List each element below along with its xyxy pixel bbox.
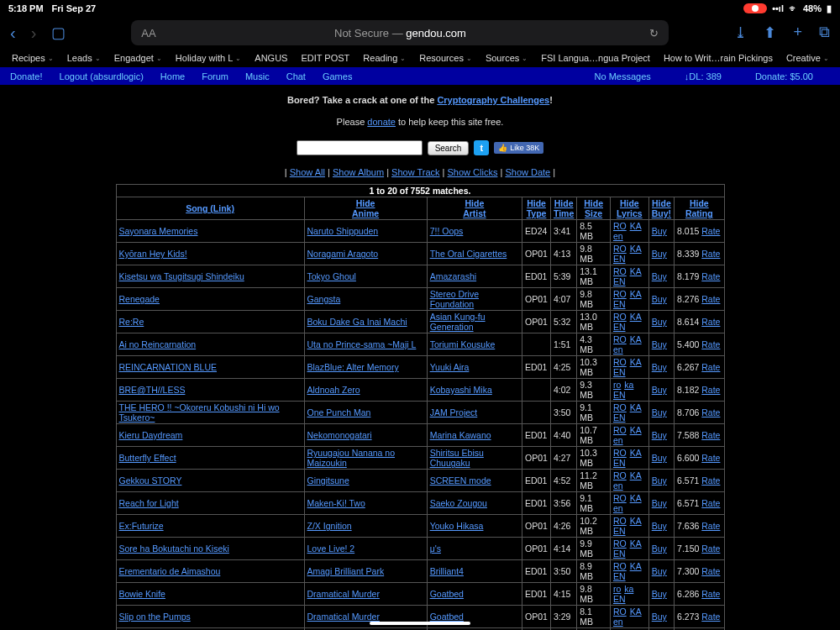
buy-link[interactable]: Buy bbox=[652, 362, 667, 372]
rate-link[interactable]: Rate bbox=[701, 249, 720, 259]
anime-link[interactable]: Love Live! 2 bbox=[307, 543, 355, 554]
buy-link[interactable]: Buy bbox=[652, 453, 667, 463]
rate-link[interactable]: Rate bbox=[701, 362, 720, 372]
lyrics-link[interactable]: RO bbox=[613, 266, 627, 276]
buy-link[interactable]: Buy bbox=[652, 317, 667, 327]
twitter-icon[interactable]: t bbox=[474, 140, 489, 155]
lyrics-link[interactable]: RO bbox=[613, 561, 627, 571]
rate-link[interactable]: Rate bbox=[701, 294, 720, 304]
forward-button[interactable]: › bbox=[31, 24, 37, 43]
search-input[interactable] bbox=[297, 140, 423, 155]
home-indicator[interactable] bbox=[370, 622, 470, 625]
lyrics-link[interactable]: KA bbox=[630, 425, 642, 435]
anime-link[interactable]: Boku Dake Ga Inai Machi bbox=[307, 317, 407, 327]
artist-link[interactable]: μ's bbox=[430, 543, 441, 554]
artist-link[interactable]: Goatbed bbox=[430, 612, 464, 622]
rate-link[interactable]: Rate bbox=[701, 498, 720, 508]
rate-link[interactable]: Rate bbox=[701, 453, 720, 463]
lyrics-link[interactable]: KA bbox=[630, 334, 642, 344]
favorite-item[interactable]: Holiday with L⌄ bbox=[176, 53, 241, 63]
lyrics-link[interactable]: KA bbox=[630, 538, 642, 549]
lyrics-link[interactable]: EN bbox=[613, 367, 626, 377]
lyrics-link[interactable]: KA bbox=[630, 357, 642, 367]
filter-link[interactable]: Show All bbox=[290, 167, 325, 177]
song-link[interactable]: Ex:Futurize bbox=[119, 521, 164, 531]
song-link[interactable]: Re:Re bbox=[119, 317, 144, 327]
buy-link[interactable]: Buy bbox=[652, 407, 667, 417]
rate-link[interactable]: Rate bbox=[701, 612, 720, 622]
song-link[interactable]: Sayonara Memories bbox=[119, 226, 198, 236]
crypto-link[interactable]: Cryptography Challenges bbox=[437, 95, 549, 105]
lyrics-link[interactable]: EN bbox=[613, 412, 626, 423]
screen-record-indicator[interactable] bbox=[743, 3, 767, 13]
lyrics-link[interactable]: RO bbox=[613, 357, 627, 367]
artist-link[interactable]: Kobayashi Mika bbox=[430, 385, 492, 395]
header-artist[interactable]: Artist bbox=[463, 208, 486, 218]
donate-link[interactable]: donate bbox=[367, 117, 396, 127]
lyrics-link[interactable]: KA bbox=[630, 448, 642, 458]
fb-like-button[interactable]: 👍 Like 38K bbox=[494, 142, 543, 154]
song-link[interactable]: Kisetsu wa Tsugitsugi Shindeiku bbox=[119, 271, 244, 281]
rate-link[interactable]: Rate bbox=[701, 521, 720, 531]
lyrics-link[interactable]: RO bbox=[613, 606, 627, 617]
anime-link[interactable]: Z/X Ignition bbox=[307, 521, 352, 531]
header-rating[interactable]: Rating bbox=[685, 208, 713, 218]
buy-link[interactable]: Buy bbox=[652, 475, 667, 486]
buy-link[interactable]: Buy bbox=[652, 339, 667, 349]
anime-link[interactable]: BlazBlue: Alter Memory bbox=[307, 362, 399, 372]
anime-link[interactable]: Aldnoah Zero bbox=[307, 385, 360, 395]
new-tab-icon[interactable]: + bbox=[793, 24, 802, 42]
anime-link[interactable]: Dramatical Murder bbox=[307, 589, 380, 599]
song-link[interactable]: REINCARNATION BLUE bbox=[119, 362, 218, 372]
lyrics-link[interactable]: EN bbox=[613, 254, 626, 264]
nav-status[interactable]: ↓DL: 389 bbox=[685, 71, 722, 81]
header-lyrics-hide[interactable]: Hide bbox=[620, 198, 639, 208]
rate-link[interactable]: Rate bbox=[701, 271, 720, 281]
nav-link[interactable]: Chat bbox=[286, 71, 306, 81]
anime-link[interactable]: Nekomonogatari bbox=[307, 430, 372, 440]
song-link[interactable]: THE HERO !! ~Okoreru Kobushi ni Hi wo Ts… bbox=[119, 402, 280, 423]
header-artist-hide[interactable]: Hide bbox=[465, 198, 484, 208]
song-link[interactable]: Bowie Knife bbox=[119, 589, 165, 599]
artist-link[interactable]: The Oral Cigarettes bbox=[430, 249, 507, 259]
header-anime-hide[interactable]: Hide bbox=[356, 198, 375, 208]
lyrics-link[interactable]: en bbox=[613, 435, 623, 445]
song-link[interactable]: Ai no Reincarnation bbox=[119, 339, 197, 349]
lyrics-link[interactable]: RO bbox=[613, 402, 627, 412]
buy-link[interactable]: Buy bbox=[652, 589, 667, 599]
lyrics-link[interactable]: RO bbox=[613, 516, 627, 526]
anime-link[interactable]: Maken-Ki! Two bbox=[307, 498, 365, 508]
lyrics-link[interactable]: RO bbox=[613, 538, 627, 549]
lyrics-link[interactable]: en bbox=[613, 617, 623, 627]
lyrics-link[interactable]: EN bbox=[613, 549, 626, 559]
artist-link[interactable]: Saeko Zougou bbox=[430, 498, 487, 508]
refresh-icon[interactable]: ↻ bbox=[649, 27, 659, 39]
buy-link[interactable]: Buy bbox=[652, 226, 667, 236]
header-time[interactable]: Time bbox=[554, 208, 574, 218]
lyrics-link[interactable]: KA bbox=[630, 402, 642, 412]
buy-link[interactable]: Buy bbox=[652, 521, 667, 531]
filter-link[interactable]: Show Track bbox=[391, 167, 439, 177]
artist-link[interactable]: Shiritsu Ebisu Chuugaku bbox=[430, 448, 484, 468]
artist-link[interactable]: Toriumi Kousuke bbox=[430, 339, 496, 349]
header-song[interactable]: Song (Link) bbox=[186, 203, 234, 213]
artist-link[interactable]: Yuuki Aira bbox=[430, 362, 470, 372]
nav-link[interactable]: Logout (absurdlogic) bbox=[60, 71, 144, 81]
artist-link[interactable]: Asian Kung-fu Generation bbox=[430, 312, 486, 332]
buy-link[interactable]: Buy bbox=[652, 543, 667, 554]
anime-link[interactable]: Gangsta bbox=[307, 294, 341, 304]
text-size-button[interactable]: AA bbox=[141, 27, 155, 39]
header-type[interactable]: Type bbox=[527, 208, 547, 218]
lyrics-link[interactable]: EN bbox=[613, 276, 626, 286]
lyrics-link[interactable]: RO bbox=[613, 334, 627, 344]
lyrics-link[interactable]: ro bbox=[613, 584, 621, 594]
favorite-item[interactable]: FSI Langua…ngua Project bbox=[541, 53, 650, 63]
header-buy-hide[interactable]: Hide bbox=[652, 198, 671, 208]
rate-link[interactable]: Rate bbox=[701, 589, 720, 599]
artist-link[interactable]: Amazarashi bbox=[430, 271, 476, 281]
tabs-icon[interactable]: ⧉ bbox=[819, 24, 830, 42]
search-button[interactable]: Search bbox=[428, 141, 470, 155]
bookmarks-icon[interactable]: ▢ bbox=[51, 24, 66, 42]
rate-link[interactable]: Rate bbox=[701, 407, 720, 417]
rate-link[interactable]: Rate bbox=[701, 566, 720, 576]
